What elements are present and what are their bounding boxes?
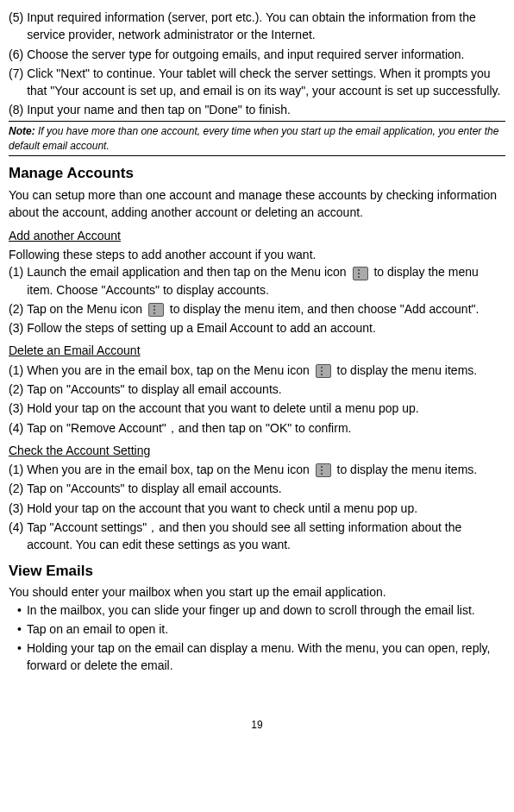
add-account-intro: Following these steps to add another acc… [9,246,505,263]
text-before-icon: Launch the email application and then ta… [27,265,349,279]
note-label: Note: [9,125,35,137]
initial-steps-list: (5)Input required information (server, p… [9,9,505,119]
manage-accounts-intro: You can setup more than one account and … [9,186,505,222]
list-content: Follow the steps of setting up a Email A… [27,319,505,337]
text-before-icon: When you are in the email box, tap on th… [27,363,313,377]
bullet-icon: • [17,601,27,619]
view-emails-intro: You should enter your mailbox when you s… [9,583,505,601]
list-content: Launch the email application and then ta… [27,263,505,299]
list-num: (3) [9,400,27,417]
page-number: 19 [9,718,505,733]
list-item: (2) Tap on the Menu icon to display the … [9,300,505,318]
list-content: Tap on the Menu icon to display the menu… [27,300,505,318]
list-content: Tap on "Accounts" to display all email a… [27,480,505,497]
check-account-subheading: Check the Account Setting [9,442,505,459]
list-num: (1) [9,461,27,478]
menu-icon [148,303,164,317]
bullet-text: Tap on an email to open it. [27,620,168,638]
list-num: (1) [9,263,27,299]
list-item: (5)Input required information (server, p… [9,9,505,44]
list-content: When you are in the email box, tap on th… [27,362,505,379]
list-item: (4)Tap "Account settings"，and then you s… [9,519,505,554]
list-item: (4)Tap on "Remove Account"，and then tap … [9,419,505,437]
list-item: (3)Hold your tap on the account that you… [9,500,505,517]
list-item: (1) When you are in the email box, tap o… [9,362,505,379]
view-emails-bullets: •In the mailbox, you can slide your fing… [9,601,505,675]
view-emails-heading: View Emails [9,561,505,582]
list-num: (3) [9,500,27,517]
text-after-icon: to display the menu items. [334,363,478,377]
list-num: (5) [9,9,27,44]
menu-icon [316,463,331,477]
list-item: (2)Tap on "Accounts" to display all emai… [9,480,505,497]
text-before-icon: When you are in the email box, tap on th… [27,463,313,476]
divider [9,121,505,122]
bullet-text: Holding your tap on the email can displa… [27,639,505,675]
note-block: Note: If you have more than one account,… [9,124,505,154]
bullet-item: •In the mailbox, you can slide your fing… [9,601,505,619]
bullet-icon: • [17,639,27,675]
list-num: (7) [9,65,27,100]
text-after-icon: to display the menu items. [334,463,478,476]
list-num: (2) [9,300,27,318]
list-content: When you are in the email box, tap on th… [27,461,505,478]
list-item: (3)Hold your tap on the account that you… [9,400,505,417]
list-content: Input required information (server, port… [27,9,505,44]
list-num: (4) [9,419,27,437]
list-item: (7)Click "Next" to continue. Your tablet… [9,65,505,100]
menu-icon [353,267,368,280]
manage-accounts-heading: Manage Accounts [9,163,505,185]
list-item: (3) Follow the steps of setting up a Ema… [9,319,505,337]
list-num: (8) [9,101,27,118]
list-num: (2) [9,381,27,398]
list-content: Choose the server type for outgoing emai… [27,46,505,63]
list-item: (8)Input your name and then tap on "Done… [9,101,505,118]
list-num: (2) [9,480,27,497]
note-text: If you have more than one account, every… [9,125,498,152]
bullet-item: •Holding your tap on the email can displ… [9,639,505,675]
list-num: (3) [9,319,27,337]
list-content: Tap on "Remove Account"，and then tap on … [27,419,505,437]
list-item: (2)Tap on "Accounts" to display all emai… [9,381,505,398]
bullet-icon: • [17,620,27,638]
list-item: (6)Choose the server type for outgoing e… [9,46,505,63]
menu-icon [316,364,331,378]
list-content: Tap on "Accounts" to display all email a… [27,381,505,398]
text-after-icon: to display the menu item, and then choos… [166,302,480,316]
divider [9,155,505,156]
list-content: Tap "Account settings"，and then you shou… [27,519,505,554]
list-content: Hold your tap on the account that you wa… [27,500,505,517]
list-content: Hold your tap on the account that you wa… [27,400,505,417]
list-item: (1) When you are in the email box, tap o… [9,461,505,478]
list-num: (1) [9,362,27,379]
bullet-text: In the mailbox, you can slide your finge… [27,601,475,619]
list-content: Click "Next" to continue. Your tablet wi… [27,65,505,100]
bullet-item: •Tap on an email to open it. [9,620,505,638]
list-num: (4) [9,519,27,554]
list-item: (1) Launch the email application and the… [9,263,505,299]
add-account-subheading: Add another Account [9,227,505,244]
list-num: (6) [9,46,27,63]
check-account-steps: (2)Tap on "Accounts" to display all emai… [9,480,505,553]
delete-account-steps: (2)Tap on "Accounts" to display all emai… [9,381,505,437]
text-before-icon: Tap on the Menu icon [27,302,146,316]
delete-account-subheading: Delete an Email Account [9,342,505,359]
list-content: Input your name and then tap on "Done" t… [27,101,505,118]
